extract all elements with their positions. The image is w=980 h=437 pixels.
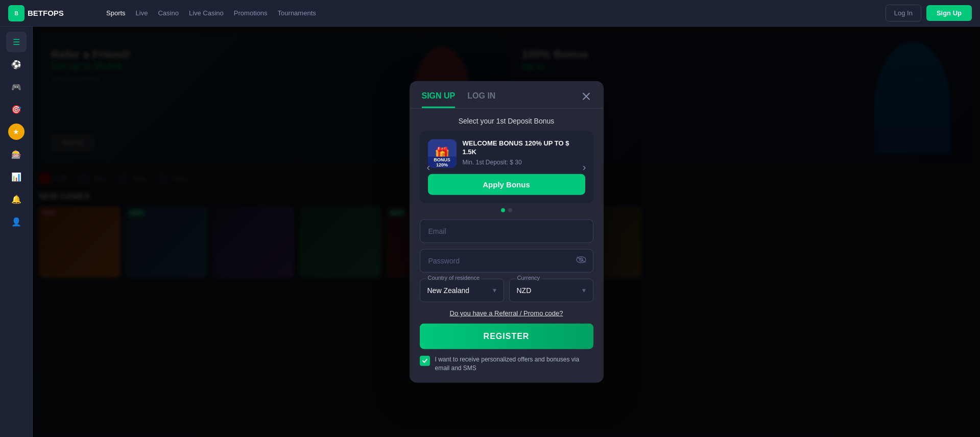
- password-wrap: [420, 249, 593, 273]
- bonus-card: 🎁 BONUS120% WELCOME BONUS 120% UP TO $ 1…: [420, 131, 593, 203]
- signup-modal: SIGN UP LOG IN Select your 1st Deposit B…: [410, 81, 604, 383]
- bonus-section-title: Select your 1st Deposit Bonus: [420, 117, 593, 125]
- sidebar-icon-sports[interactable]: ⚽: [6, 54, 27, 75]
- logo-icon: B: [8, 5, 25, 21]
- register-button[interactable]: REGISTER: [420, 324, 593, 349]
- sidebar-icon-target[interactable]: 🎯: [6, 99, 27, 119]
- bonus-wrapper: ‹ 🎁 BONUS120% WELCOME BONUS 120% UP TO $…: [420, 131, 593, 203]
- nav-live[interactable]: Live: [136, 9, 148, 17]
- bonus-info: WELCOME BONUS 120% UP TO $ 1.5K Min. 1st…: [463, 139, 585, 166]
- tab-login[interactable]: LOG IN: [467, 91, 495, 108]
- dot-2: [508, 208, 512, 212]
- eye-icon[interactable]: [576, 256, 586, 265]
- promo-link-wrap: Do you have a Referral / Promo code?: [420, 308, 593, 318]
- carousel-dots: [420, 203, 593, 212]
- select-row: Country of residence New Zealand Austral…: [420, 279, 593, 302]
- bonus-section: Select your 1st Deposit Bonus ‹ 🎁 BONUS1…: [410, 109, 604, 212]
- apply-bonus-button[interactable]: Apply Bonus: [428, 174, 585, 195]
- nav-items: Sports Live Casino Live Casino Promotion…: [96, 9, 879, 17]
- logo-area: B BETFOPS: [8, 5, 90, 21]
- logo-text: BETFOPS: [28, 9, 64, 17]
- nav-sports[interactable]: Sports: [106, 9, 126, 17]
- svg-text:B: B: [14, 11, 18, 16]
- checkbox-offers[interactable]: [420, 356, 430, 366]
- bonus-card-content: 🎁 BONUS120% WELCOME BONUS 120% UP TO $ 1…: [428, 139, 585, 168]
- currency-wrap: Currency NZD AUD GBP CAD USD ▼: [509, 279, 593, 302]
- nav-right: Log In Sign Up: [886, 5, 972, 21]
- dot-1: [501, 208, 505, 212]
- login-nav-button[interactable]: Log In: [886, 5, 921, 21]
- promo-code-link[interactable]: Do you have a Referral / Promo code?: [450, 309, 563, 317]
- sidebar-icon-games[interactable]: 🎮: [6, 77, 27, 97]
- nav-live-casino[interactable]: Live Casino: [189, 9, 224, 17]
- tab-signup[interactable]: SIGN UP: [422, 91, 456, 108]
- sidebar-icon-stats[interactable]: 📊: [6, 166, 27, 187]
- sidebar-icon-user[interactable]: 👤: [6, 211, 27, 232]
- country-wrap: Country of residence New Zealand Austral…: [420, 279, 504, 302]
- topbar: B BETFOPS Sports Live Casino Live Casino…: [0, 0, 980, 27]
- carousel-arrow-right[interactable]: ›: [579, 159, 590, 175]
- form-section: Country of residence New Zealand Austral…: [410, 212, 604, 349]
- bonus-title: WELCOME BONUS 120% UP TO $ 1.5K: [463, 139, 585, 157]
- nav-promotions[interactable]: Promotions: [234, 9, 268, 17]
- checkbox-label: I want to receive personalized offers an…: [435, 355, 593, 373]
- nav-casino[interactable]: Casino: [158, 9, 178, 17]
- sidebar-circle-badge: ★: [8, 124, 25, 140]
- modal-close-button[interactable]: [579, 89, 593, 104]
- carousel-arrow-left[interactable]: ‹: [423, 159, 435, 175]
- currency-label: Currency: [515, 275, 542, 281]
- email-input[interactable]: [420, 220, 593, 243]
- main-content: Refer a Friend! Get up to $5,000 Invite …: [33, 27, 980, 437]
- sidebar-icon-casino[interactable]: 🎰: [6, 144, 27, 164]
- left-sidebar: ☰ ⚽ 🎮 🎯 ★ 🎰 📊 🔔 👤: [0, 27, 33, 437]
- password-input[interactable]: [420, 249, 593, 273]
- country-label: Country of residence: [426, 275, 482, 281]
- sidebar-icon-bell[interactable]: 🔔: [6, 189, 27, 209]
- bonus-min-deposit: Min. 1st Deposit: $ 30: [463, 158, 585, 165]
- country-select[interactable]: New Zealand Australia United Kingdom Can…: [420, 279, 504, 302]
- modal-header: SIGN UP LOG IN: [410, 81, 604, 108]
- nav-tournaments[interactable]: Tournaments: [278, 9, 316, 17]
- currency-select[interactable]: NZD AUD GBP CAD USD: [509, 279, 593, 302]
- checkbox-row: I want to receive personalized offers an…: [410, 349, 604, 373]
- signup-nav-button[interactable]: Sign Up: [926, 5, 972, 21]
- sidebar-icon-menu[interactable]: ☰: [6, 32, 27, 52]
